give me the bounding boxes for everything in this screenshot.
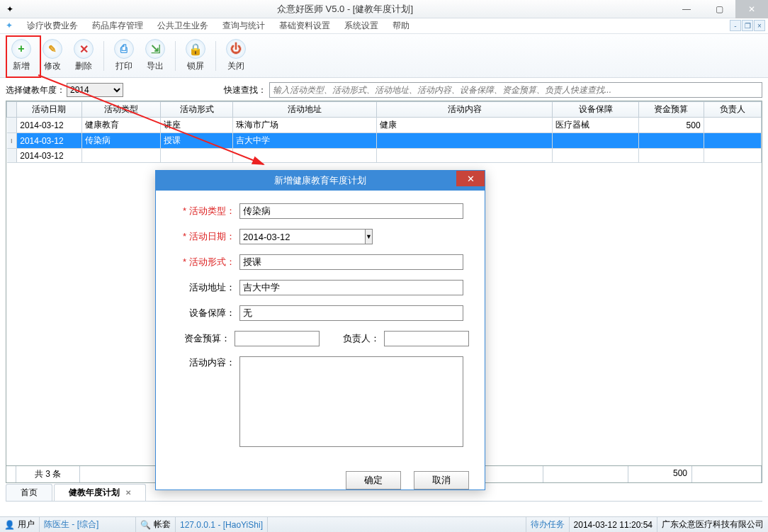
menu-icon: ✦ bbox=[6, 21, 17, 32]
field-date[interactable] bbox=[239, 229, 365, 244]
dialog-close[interactable]: ✕ bbox=[456, 171, 485, 186]
export-icon: ⇲ bbox=[145, 39, 165, 59]
app-icon: ✦ bbox=[4, 4, 16, 15]
field-content[interactable] bbox=[239, 356, 463, 447]
dialog-titlebar[interactable]: 新增健康教育年度计划 ✕ bbox=[156, 171, 485, 191]
table-row[interactable]: 2014-03-12健康教育讲座 珠海市广场健康医疗器械 500 bbox=[7, 118, 762, 133]
menu-item-6[interactable]: 帮助 bbox=[385, 20, 417, 32]
status-db: 127.0.0.1 - [HaoYiShi] bbox=[176, 517, 268, 532]
dialog-title: 新增健康教育年度计划 bbox=[274, 174, 366, 187]
quick-search-label: 快速查找： bbox=[224, 84, 266, 96]
mdi-restore[interactable]: ❐ bbox=[742, 20, 753, 31]
field-equip[interactable] bbox=[239, 305, 463, 321]
toolbar-delete[interactable]: ✕删除 bbox=[68, 36, 99, 76]
toolbar-modify[interactable]: ✎修改 bbox=[37, 36, 68, 76]
status-todo[interactable]: 待办任务 bbox=[526, 517, 570, 532]
col-addr[interactable]: 活动地址 bbox=[233, 102, 377, 118]
col-content[interactable]: 活动内容 bbox=[377, 102, 553, 118]
menu-item-3[interactable]: 查询与统计 bbox=[215, 20, 272, 32]
table-row[interactable]: I 2014-03-12传染病授课 吉大中学 bbox=[7, 133, 762, 149]
toolbar-print[interactable]: ⎙打印 bbox=[108, 36, 140, 76]
col-date[interactable]: 活动日期 bbox=[17, 102, 81, 118]
field-budget[interactable] bbox=[235, 331, 320, 346]
cancel-button[interactable]: 取消 bbox=[414, 471, 469, 489]
toolbar: +新增 ✎修改 ✕删除 ⎙打印 ⇲导出 🔒锁屏 ⏻关闭 bbox=[0, 34, 768, 78]
mdi-close[interactable]: × bbox=[754, 20, 765, 31]
col-owner[interactable]: 负责人 bbox=[704, 102, 761, 118]
db-icon: 🔍 bbox=[140, 520, 151, 530]
year-label: 选择健教年度： bbox=[6, 84, 65, 96]
close-icon: ⏻ bbox=[226, 39, 246, 59]
toolbar-export[interactable]: ⇲导出 bbox=[140, 36, 171, 76]
chevron-down-icon[interactable]: ▼ bbox=[365, 229, 373, 244]
print-icon: ⎙ bbox=[114, 39, 134, 59]
statusbar: 👤用户 陈医生 - [综合] 🔍帐套 127.0.0.1 - [HaoYiShi… bbox=[0, 516, 768, 532]
toolbar-add[interactable]: +新增 bbox=[6, 36, 37, 76]
delete-icon: ✕ bbox=[74, 39, 94, 59]
menu-item-4[interactable]: 基础资料设置 bbox=[272, 20, 337, 32]
window-maximize[interactable]: ▢ bbox=[703, 0, 735, 18]
field-addr[interactable] bbox=[239, 280, 463, 295]
toolbar-close[interactable]: ⏻关闭 bbox=[220, 36, 252, 76]
toolbar-lock[interactable]: 🔒锁屏 bbox=[180, 36, 211, 76]
col-form[interactable]: 活动形式 bbox=[161, 102, 233, 118]
tab-close-icon[interactable]: ✕ bbox=[125, 489, 131, 497]
menubar: ✦ 诊疗收费业务 药品库存管理 公共卫生业务 查询与统计 基础资料设置 系统设置… bbox=[0, 18, 768, 34]
tab-home[interactable]: 首页 bbox=[6, 484, 52, 501]
window-close[interactable]: ✕ bbox=[735, 0, 768, 18]
titlebar: ✦ 众意好医师 V5.0 - [健教年度计划] — ▢ ✕ bbox=[0, 0, 768, 18]
toolbar-separator bbox=[103, 41, 104, 71]
summary-budget: 500 bbox=[628, 466, 692, 482]
status-company: 广东众意医疗科技有限公司 bbox=[657, 517, 768, 532]
col-budget[interactable]: 资金预算 bbox=[639, 102, 704, 118]
tab-active[interactable]: 健教年度计划✕ bbox=[54, 484, 146, 501]
quick-search-input[interactable] bbox=[269, 82, 762, 98]
menu-item-0[interactable]: 诊疗收费业务 bbox=[20, 20, 85, 32]
summary-count: 共 3 条 bbox=[16, 466, 80, 482]
filter-bar: 选择健教年度： 2014 快速查找： bbox=[0, 81, 768, 99]
menu-item-5[interactable]: 系统设置 bbox=[337, 20, 385, 32]
lock-icon: 🔒 bbox=[186, 39, 205, 59]
edit-icon: ✎ bbox=[43, 39, 62, 59]
menu-item-1[interactable]: 药品库存管理 bbox=[85, 20, 150, 32]
toolbar-separator bbox=[215, 41, 216, 71]
table-row[interactable]: 2014-03-12 bbox=[7, 149, 762, 163]
add-plan-dialog: 新增健康教育年度计划 ✕ *活动类型： *活动日期： ▼ *活动形式： 活动地址… bbox=[155, 170, 485, 490]
mdi-minimize[interactable]: - bbox=[730, 20, 741, 31]
window-title: 众意好医师 V5.0 - [健教年度计划] bbox=[20, 3, 670, 16]
field-type[interactable] bbox=[239, 203, 463, 219]
col-type[interactable]: 活动类型 bbox=[81, 102, 161, 118]
ok-button[interactable]: 确定 bbox=[346, 471, 401, 489]
year-select[interactable]: 2014 bbox=[67, 83, 123, 97]
status-user: 陈医生 - [综合] bbox=[40, 517, 136, 532]
menu-item-2[interactable]: 公共卫生业务 bbox=[150, 20, 215, 32]
plus-icon: + bbox=[11, 39, 31, 59]
toolbar-separator bbox=[175, 41, 176, 71]
field-form[interactable] bbox=[239, 254, 463, 270]
col-equip[interactable]: 设备保障 bbox=[553, 102, 639, 118]
user-icon: 👤 bbox=[4, 520, 15, 530]
header-row: 活动日期 活动类型 活动形式 活动地址 活动内容 设备保障 资金预算 负责人 bbox=[7, 102, 762, 118]
window-minimize[interactable]: — bbox=[670, 0, 703, 18]
status-datetime: 2014-03-12 11:20:54 bbox=[570, 517, 657, 532]
field-owner[interactable] bbox=[384, 331, 469, 346]
